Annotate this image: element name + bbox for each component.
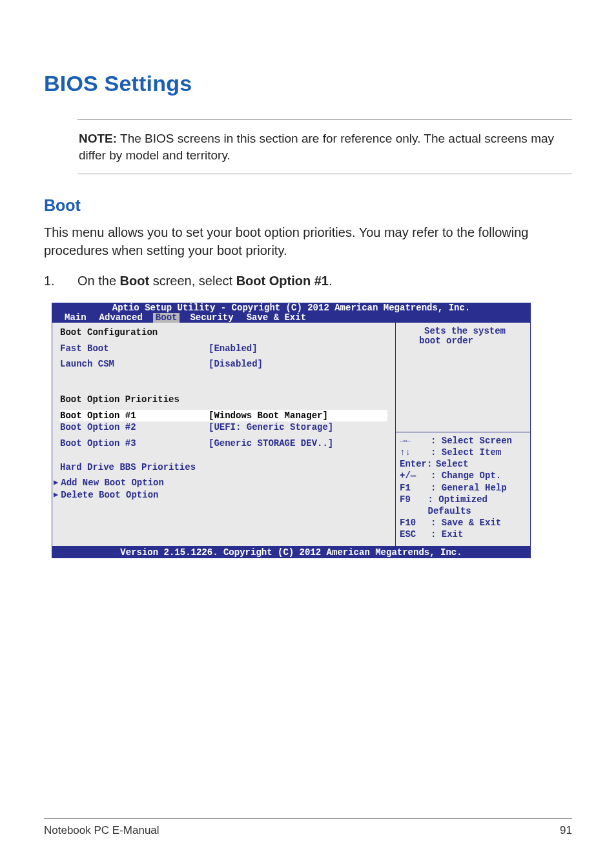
label-boot-opt-2: Boot Option #2 (60, 423, 209, 432)
value-fast-boot: [Enabled] (209, 344, 258, 354)
tab-boot[interactable]: Boot (153, 313, 180, 323)
hotkey-key: →← (400, 435, 431, 447)
value-boot-opt-1: [Windows Boot Manager] (209, 411, 328, 421)
section-boot-priorities: Boot Option Priorities (60, 394, 387, 406)
section-label: Boot Option Priorities (60, 395, 180, 405)
bios-left-pane: Boot Configuration Fast Boot [Enabled] L… (52, 323, 396, 546)
hotkey-row: ESC: Exit (400, 529, 526, 540)
section-boot-config: Boot Configuration (60, 327, 387, 339)
footer-page-number: 91 (560, 824, 572, 837)
step-text: On the Boot screen, select Boot Option #… (77, 274, 333, 288)
row-boot-option-2[interactable]: Boot Option #2 [UEFI: Generic Storage] (60, 421, 387, 434)
triangle-icon: ▶ (54, 479, 58, 487)
hotkey-desc: Select (436, 458, 468, 470)
note-block: NOTE: The BIOS screens in this section a… (77, 119, 572, 174)
hotkey-desc: : Save & Exit (431, 517, 501, 529)
row-fast-boot[interactable]: Fast Boot [Enabled] (60, 343, 387, 355)
intro-text: This menu allows you to set your boot op… (44, 224, 572, 259)
tab-security[interactable]: Security (187, 313, 236, 323)
footer-left: Notebook PC E-Manual (44, 824, 159, 837)
step-bold-1: Boot (120, 274, 150, 288)
step-post: . (329, 274, 333, 288)
row-hdd-bbs[interactable]: Hard Drive BBS Priorities (60, 461, 387, 474)
label-boot-opt-1: Boot Option #1 (60, 411, 209, 421)
hotkey-key: +/— (400, 470, 431, 481)
step-bold-2: Boot Option #1 (236, 274, 329, 288)
hotkey-desc: : Change Opt. (431, 470, 501, 481)
help-line-1: Sets the system (405, 327, 524, 336)
hotkey-row: +/—: Change Opt. (400, 470, 526, 481)
hotkey-desc: : Select Screen (431, 435, 512, 447)
label-hdd-bbs: Hard Drive BBS Priorities (60, 463, 196, 472)
bios-right-pane: Sets the system boot order →←: Select Sc… (396, 323, 530, 546)
page-title: BIOS Settings (44, 71, 572, 96)
section-heading-boot: Boot (44, 196, 572, 215)
page: BIOS Settings NOTE: The BIOS screens in … (0, 0, 616, 868)
bios-footer: Version 2.15.1226. Copyright (C) 2012 Am… (52, 547, 531, 559)
section-label: Boot Configuration (60, 328, 209, 338)
step-mid: screen, select (149, 274, 236, 288)
value-boot-opt-3: [Generic STORAGE DEV..] (209, 439, 333, 449)
hotkey-desc: : Exit (431, 529, 463, 540)
bios-body: Boot Configuration Fast Boot [Enabled] L… (52, 323, 531, 547)
label-fast-boot: Fast Boot (60, 344, 209, 354)
bios-panel: Aptio Setup Utility - Copyright (C) 2012… (52, 303, 531, 558)
value-boot-opt-2: [UEFI: Generic Storage] (209, 423, 333, 432)
hotkey-row: F1: General Help (400, 482, 526, 494)
label-delete-boot-option: Delete Boot Option (61, 490, 158, 500)
value-launch-csm: [Disabled] (209, 359, 263, 369)
row-boot-option-1[interactable]: Boot Option #1 [Windows Boot Manager] (60, 410, 387, 422)
hotkey-row: F9: Optimized Defaults (400, 494, 526, 517)
link-delete-boot-option[interactable]: ▶ Delete Boot Option (54, 489, 387, 501)
hotkey-key: F9 (400, 494, 428, 517)
hotkey-key: F10 (400, 517, 431, 529)
bios-help-text: Sets the system boot order (396, 323, 530, 432)
step-pre: On the (77, 274, 120, 288)
label-add-boot-option: Add New Boot Option (61, 478, 164, 488)
hotkey-key: ↑↓ (400, 447, 431, 458)
triangle-icon: ▶ (54, 491, 58, 500)
hotkey-row: →←: Select Screen (400, 435, 526, 447)
hotkey-key: F1 (400, 482, 431, 494)
tab-advanced[interactable]: Advanced (97, 313, 145, 323)
step-1: 1. On the Boot screen, select Boot Optio… (44, 274, 572, 288)
link-add-boot-option[interactable]: ▶ Add New Boot Option (54, 477, 387, 489)
bios-tabs: Main Advanced Boot Security Save & Exit (52, 313, 531, 323)
note-label: NOTE: (79, 132, 117, 145)
tab-save-exit[interactable]: Save & Exit (244, 313, 309, 323)
help-line-2: boot order (405, 336, 524, 346)
row-launch-csm[interactable]: Launch CSM [Disabled] (60, 358, 387, 370)
bios-hotkeys: →←: Select Screen ↑↓: Select Item Enter:… (396, 432, 530, 546)
note-text: The BIOS screens in this section are for… (79, 132, 554, 162)
row-boot-option-3[interactable]: Boot Option #3 [Generic STORAGE DEV..] (60, 438, 387, 450)
tab-main[interactable]: Main (62, 313, 89, 323)
hotkey-row: F10: Save & Exit (400, 517, 526, 529)
bios-titlebar: Aptio Setup Utility - Copyright (C) 2012… (52, 303, 531, 313)
hotkey-desc: : Optimized Defaults (428, 494, 526, 517)
hotkey-row: Enter:Select (400, 458, 526, 470)
label-boot-opt-3: Boot Option #3 (60, 439, 209, 449)
hotkey-desc: : General Help (431, 482, 507, 494)
page-footer: Notebook PC E-Manual 91 (44, 818, 572, 837)
hotkey-key: Enter: (400, 458, 436, 470)
hotkey-row: ↑↓: Select Item (400, 447, 526, 458)
step-number: 1. (44, 274, 77, 288)
hotkey-key: ESC (400, 529, 431, 540)
label-launch-csm: Launch CSM (60, 359, 209, 369)
hotkey-desc: : Select Item (431, 447, 501, 458)
